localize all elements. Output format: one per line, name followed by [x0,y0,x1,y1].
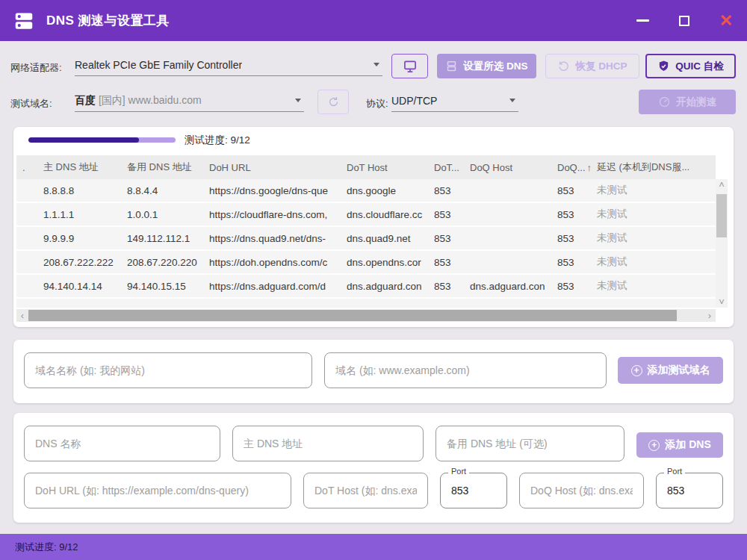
refresh-domains-button[interactable] [317,90,349,114]
table-cell: 8.8.8.8 [37,185,121,196]
close-icon: ✕ [719,13,733,29]
set-dns-label: 设置所选 DNS [463,60,527,73]
doq-host-input[interactable] [519,473,644,508]
table-cell: 853 [428,185,464,196]
adapter-select[interactable]: Realtek PCIe GbE Family Controller [75,54,382,76]
plus-circle-icon: + [648,440,660,451]
protocol-value: UDP/TCP [391,95,437,107]
add-domain-card: + 添加测试域名 [13,340,734,403]
table-cell: 208.67.222.222 [37,257,121,268]
scroll-left-icon[interactable]: ‹ [16,310,28,321]
table-row[interactable]: 94.140.14.1494.140.15.15https://dns.adgu… [16,275,716,297]
shield-check-icon [657,60,670,72]
table-row[interactable]: 1.1.1.11.0.0.1https://cloudflare-dns.com… [16,203,716,225]
chevron-down-icon [509,99,515,102]
minimize-icon [636,19,649,22]
doh-url-input[interactable] [24,473,291,508]
column-header[interactable]: DoQ Host [464,162,551,173]
horizontal-scrollbar[interactable]: ‹ › [16,309,716,322]
table-cell: 1.1.1.1 [37,209,121,220]
column-header[interactable]: DoH URL [203,162,341,173]
column-header[interactable]: 备用 DNS 地址 [121,161,203,174]
minimize-button[interactable] [622,0,663,41]
test-domain-url: [国内] www.baidu.com [96,94,202,106]
dns-name-input[interactable] [24,426,220,461]
vertical-scrollbar[interactable]: ˄ ˅ [716,179,728,308]
table-cell: https://doh.opendns.com/c [203,257,341,268]
table-cell: 8.8.4.4 [121,185,203,196]
secondary-dns-input[interactable] [436,426,624,461]
table-cell: 未测试 [591,255,716,269]
primary-dns-input[interactable] [232,426,424,461]
table-cell: 208.67.220.220 [121,257,203,268]
chevron-down-icon [374,63,379,66]
table-row[interactable]: 208.67.222.222208.67.220.220https://doh.… [16,251,716,273]
dot-host-input[interactable] [303,473,428,508]
speedometer-icon [658,96,671,108]
table-cell: 853 [428,209,464,220]
table-row[interactable]: 9.9.9.9149.112.112.1https://dns.quad9.ne… [16,227,716,249]
add-dns-button[interactable]: + 添加 DNS [636,432,723,458]
chevron-down-icon [295,99,301,102]
add-test-domain-button[interactable]: + 添加测试域名 [618,357,723,384]
test-domain-name: 百度 [75,94,96,106]
window-title: DNS 测速与设置工具 [46,12,170,29]
column-header[interactable]: DoT... [428,162,464,173]
app-icon [13,10,35,32]
network-monitor-button[interactable] [391,54,428,78]
table-cell: dns.adguard.con [341,281,428,292]
start-test-label: 开始测速 [676,96,716,109]
scroll-right-icon[interactable]: › [704,310,716,321]
table-cell: 未测试 [591,208,716,221]
start-test-button[interactable]: 开始测速 [639,90,736,114]
table-cell: dns.opendns.cor [341,257,428,268]
test-progress-bar [28,137,176,143]
table-cell: 853 [428,233,464,244]
column-header[interactable]: DoQ...↑ [551,162,591,173]
table-cell: https://dns.quad9.net/dns- [203,233,341,244]
table-row[interactable]: 8.8.8.88.8.4.4https://dns.google/dns-que… [16,179,716,202]
table-cell: 未测试 [591,279,716,293]
doq-port-input[interactable] [656,473,723,508]
scroll-up-icon[interactable]: ˄ [716,179,728,190]
test-domain-select[interactable]: 百度 [国内] www.baidu.com [75,90,304,112]
doq-port-label: Port [664,467,685,476]
domain-name-input[interactable] [24,352,312,388]
close-button[interactable]: ✕ [705,0,747,41]
table-cell: dns.adguard.con [464,281,551,292]
quic-check-button[interactable]: QUIC 自检 [645,54,736,78]
titlebar: DNS 测速与设置工具 ✕ [0,0,747,41]
results-card: 测试进度: 9/12 .主 DNS 地址备用 DNS 地址DoH URLDoT … [13,127,734,327]
vertical-scroll-thumb[interactable] [716,194,727,237]
table-cell: 149.112.112.1 [121,233,203,244]
table-cell: 94.140.14.14 [37,281,121,292]
add-test-domain-label: 添加测试域名 [648,364,710,377]
protocol-select[interactable]: UDP/TCP [391,90,518,112]
table-cell: 未测试 [591,231,716,245]
column-header[interactable]: DoT Host [341,162,428,173]
table-cell: 853 [551,233,591,244]
scroll-down-icon[interactable]: ˅ [716,296,728,308]
restore-dhcp-button[interactable]: 恢复 DHCP [545,54,639,78]
table-cell: 94.140.15.15 [121,281,203,292]
maximize-button[interactable] [663,0,705,41]
dns-stack-icon [445,60,458,72]
partial-table-row [16,299,716,308]
column-header[interactable]: 延迟 (本机到DNS服... [591,161,716,174]
table-cell: 1.0.0.1 [121,209,203,220]
protocol-label: 协议: [366,97,388,111]
plus-circle-icon: + [631,365,642,376]
column-header[interactable]: . [16,162,37,173]
adapter-value: Realtek PCIe GbE Family Controller [75,59,242,71]
restore-dhcp-label: 恢复 DHCP [575,60,627,73]
table-cell: https://dns.adguard.com/d [203,281,341,292]
column-header[interactable]: 主 DNS 地址 [37,161,121,174]
table-cell: https://dns.google/dns-que [203,185,341,196]
domain-url-input[interactable] [324,352,607,388]
dot-port-label: Port [448,467,469,476]
test-domain-label: 测试域名: [10,97,52,111]
horizontal-scroll-thumb[interactable] [28,310,677,321]
dot-port-input[interactable] [440,473,507,508]
monitor-icon [403,59,418,74]
set-dns-button[interactable]: 设置所选 DNS [437,54,536,78]
